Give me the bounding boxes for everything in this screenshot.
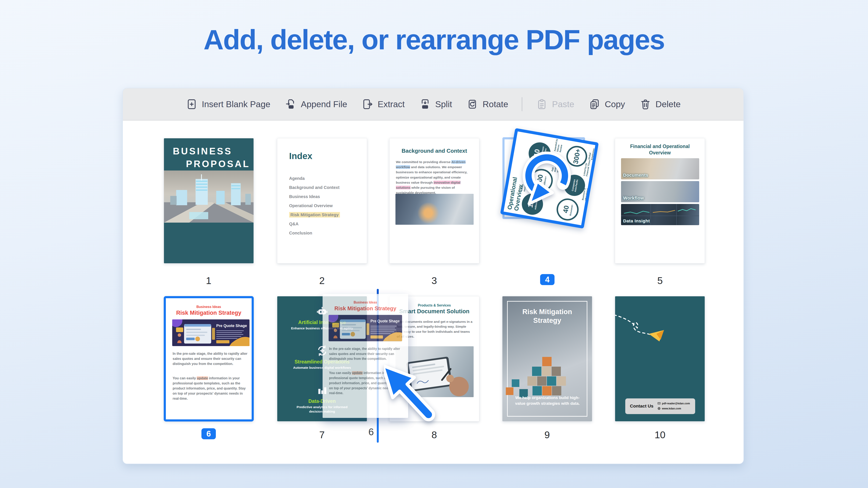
page-thumbnail-6[interactable]: Business Ideas Risk Mitigation Strategy …: [164, 296, 254, 422]
page-number-5: 5: [647, 275, 673, 286]
page-number-9: 9: [534, 429, 560, 440]
risk-strategy-cover: Risk MitigationStrategy We help organiza…: [502, 296, 592, 421]
cursor-arrow: [384, 355, 447, 431]
page-title: Add, delete, or rearrange PDF pages: [0, 24, 868, 56]
rotate-arrow-icon: [521, 148, 576, 206]
extract-label: Extract: [378, 99, 405, 109]
toolbar: Insert Blank Page Append File Extract Sp…: [123, 88, 743, 121]
business-ideas-caption: Business Ideas: [322, 301, 408, 305]
pre-sale-paragraph: In the pre-sale stage, the ability to ra…: [173, 351, 249, 366]
page-number-10: 10: [647, 429, 673, 440]
documents-banner: Documents: [621, 158, 699, 179]
extract-icon: [362, 98, 373, 110]
banner-label: Workflow: [623, 195, 644, 201]
risk-mitigation-title: Risk Mitigation Strategy: [166, 310, 252, 316]
append-file-icon: [285, 98, 297, 110]
risk-strategy-title: Risk MitigationStrategy: [502, 307, 592, 325]
laptop-photo: [396, 194, 474, 225]
index-item-highlighted: Risk Mitigation Strategy: [289, 210, 340, 219]
index-item: Operational Overview: [289, 201, 340, 210]
workflow-banner: Workflow: [621, 181, 699, 202]
index-title: Index: [289, 151, 312, 161]
delete-label: Delete: [656, 99, 681, 109]
paste-icon: [536, 98, 548, 110]
toolbar-divider: [522, 97, 522, 111]
banner-button: [370, 336, 383, 339]
page-thumbnail-5[interactable]: Financial and OperationalOverview Docume…: [615, 138, 705, 264]
screen: Add, delete, or rearrange PDF pages Inse…: [0, 0, 868, 488]
copy-icon: [589, 98, 600, 110]
stat-caption: Global Employees: [588, 146, 595, 160]
banner-title: Pre Quote Shage: [216, 324, 247, 328]
page-thumbnail-3[interactable]: Background and Context We committed to p…: [389, 138, 479, 264]
contact-email-row: pdf-reader@kdan.com: [657, 402, 690, 405]
drag-ghost-page-number: 6: [359, 426, 384, 437]
extract-button[interactable]: Extract: [362, 98, 405, 110]
insert-blank-page-label: Insert Blank Page: [202, 99, 271, 109]
cover-title-line1: BUSINESS: [173, 146, 232, 156]
cover-title-line2: PROPOSAL: [186, 159, 250, 169]
page-number-2: 2: [309, 275, 335, 286]
index-item: Conclusion: [289, 228, 340, 238]
page-badge-6: 6: [202, 428, 216, 439]
paste-button[interactable]: Paste: [536, 98, 574, 110]
background-context-paragraph: We committed to providing diverse AI-dri…: [396, 159, 473, 195]
email-icon: [657, 402, 661, 405]
page-thumbnail-2[interactable]: Index Agenda Background and Context Busi…: [277, 138, 367, 264]
append-file-label: Append File: [301, 99, 347, 109]
index-item: Agenda: [289, 174, 340, 183]
business-ideas-caption: Business Ideas: [166, 305, 252, 309]
banner-label: Documents: [623, 173, 648, 178]
globe-icon: [657, 407, 661, 410]
risk-strategy-subtitle: We help organizations build high-value g…: [511, 395, 584, 406]
risk-mitigation-title: Risk Mitigation Strategy: [322, 305, 408, 312]
pre-quote-banner: Pre Quote Shage: [329, 315, 402, 341]
financial-overview-title: Financial and OperationalOverview: [615, 143, 705, 156]
split-icon: [419, 98, 431, 110]
background-context-title: Background and Context: [390, 148, 479, 154]
page-number-3: 3: [422, 275, 447, 286]
delete-button[interactable]: Delete: [640, 98, 681, 110]
page-badge-4: 4: [540, 274, 555, 285]
data-insight-banner: Data Insight: [621, 204, 699, 225]
insert-blank-page-button[interactable]: Insert Blank Page: [186, 98, 271, 110]
contact-page: Contact Us pdf-reader@kdan.com www.kdan.…: [615, 296, 705, 421]
update-paragraph: You can easily update information in you…: [173, 376, 249, 401]
pre-quote-banner: Pre Quote Shage: [172, 319, 249, 346]
banner-button: [216, 340, 229, 343]
index-item: Q&A: [289, 219, 340, 228]
split-label: Split: [435, 99, 452, 109]
paste-label: Paste: [552, 99, 574, 109]
city-image: [164, 171, 253, 223]
rotate-label: Rotate: [483, 99, 508, 109]
page-thumbnail-1[interactable]: BUSINESS PROPOSAL: [164, 138, 254, 264]
index-item: Business Ideas: [289, 192, 340, 201]
page-thumbnail-10[interactable]: Contact Us pdf-reader@kdan.com www.kdan.…: [615, 296, 705, 422]
append-file-button[interactable]: Append File: [285, 98, 347, 110]
index-item: Background and Context: [289, 183, 340, 192]
contact-us-label: Contact Us: [630, 403, 653, 408]
copy-label: Copy: [605, 99, 625, 109]
page-number-7: 7: [309, 429, 335, 440]
page-thumbnail-9[interactable]: Risk MitigationStrategy We help organiza…: [502, 296, 592, 422]
rotate-button[interactable]: Rotate: [466, 98, 508, 110]
rotate-icon: [466, 98, 478, 110]
banner-title: Pre Quote Shage: [370, 319, 400, 324]
insert-blank-page-icon: [186, 98, 197, 110]
banner-label: Data Insight: [623, 218, 650, 223]
split-button[interactable]: Split: [419, 98, 452, 110]
index-list: Agenda Background and Context Business I…: [289, 174, 340, 238]
contact-website-row: www.kdan.com: [657, 407, 681, 410]
copy-button[interactable]: Copy: [589, 98, 625, 110]
contact-pill: Contact Us pdf-reader@kdan.com www.kdan.…: [625, 398, 695, 414]
delete-icon: [640, 98, 651, 110]
business-proposal-cover: BUSINESS PROPOSAL: [164, 138, 253, 263]
page-number-1: 1: [196, 275, 221, 286]
